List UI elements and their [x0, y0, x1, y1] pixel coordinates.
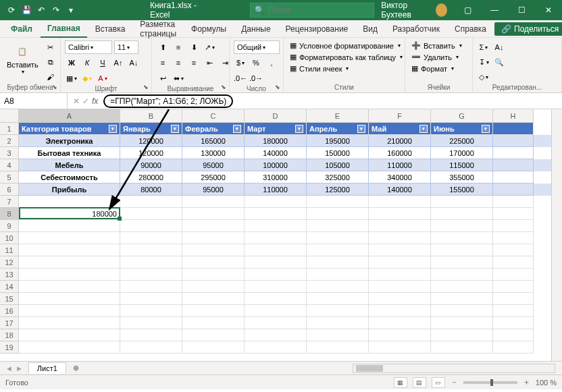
align-middle-icon[interactable]: ≡	[172, 40, 185, 54]
align-left-icon[interactable]: ≡	[156, 56, 170, 69]
cell[interactable]	[431, 341, 493, 354]
col-header-f[interactable]: F	[369, 109, 431, 123]
font-color-icon[interactable]: A▾	[96, 72, 109, 85]
cell[interactable]	[307, 305, 369, 317]
row-header-9[interactable]: 9	[0, 220, 19, 232]
format-painter-icon[interactable]: 🖌	[44, 70, 57, 84]
cell[interactable]	[245, 232, 307, 244]
cell[interactable]: 140000	[369, 184, 431, 196]
filter-button[interactable]: ▾	[295, 125, 303, 133]
cell[interactable]	[19, 317, 120, 329]
row-header-11[interactable]: 11	[0, 244, 19, 256]
cell[interactable]	[245, 220, 307, 232]
align-center-icon[interactable]: ≡	[172, 56, 185, 69]
normal-view-icon[interactable]: ▦	[394, 377, 407, 388]
cell[interactable]	[493, 147, 534, 159]
cell[interactable]: 180000	[19, 208, 120, 220]
select-all-corner[interactable]	[0, 109, 19, 123]
cell[interactable]	[182, 281, 245, 293]
autosave-icon[interactable]: ⟳	[7, 5, 16, 15]
cell[interactable]	[120, 208, 182, 220]
cell[interactable]	[19, 293, 120, 305]
paste-button[interactable]: 📋 Вставить ▾	[4, 40, 41, 76]
row-header-14[interactable]: 14	[0, 281, 19, 293]
row-header-12[interactable]: 12	[0, 256, 19, 269]
cell[interactable]	[120, 293, 182, 305]
cell[interactable]	[245, 293, 307, 305]
zoom-in-button[interactable]: ＋	[523, 377, 530, 387]
cell[interactable]	[493, 208, 534, 220]
indent-dec-icon[interactable]: ⇤	[203, 56, 216, 69]
decimal-dec-icon[interactable]: .0→	[249, 72, 263, 85]
cell[interactable]: 115000	[431, 159, 493, 171]
cell[interactable]	[369, 269, 431, 281]
cell[interactable]: 170000	[431, 147, 493, 159]
row-header-1[interactable]: 1	[0, 123, 19, 135]
cell[interactable]	[493, 196, 534, 208]
cell[interactable]	[182, 329, 245, 341]
tab-help[interactable]: Справка	[448, 21, 493, 37]
cell[interactable]: Март▾	[245, 123, 307, 135]
cell[interactable]: 155000	[431, 184, 493, 196]
minimize-button[interactable]: —	[481, 0, 508, 20]
cell[interactable]	[307, 341, 369, 354]
cell[interactable]	[19, 256, 120, 269]
borders-icon[interactable]: ▦▾	[65, 72, 78, 85]
cell[interactable]	[493, 135, 534, 147]
cell[interactable]: 195000	[307, 135, 369, 147]
cell[interactable]: 80000	[120, 184, 182, 196]
cell[interactable]	[19, 329, 120, 341]
cell[interactable]	[369, 281, 431, 293]
cell[interactable]	[120, 341, 182, 354]
delete-cells-button[interactable]: ➖Удалить▾	[409, 52, 461, 62]
row-header-18[interactable]: 18	[0, 329, 19, 341]
vertical-scrollbar[interactable]	[551, 109, 562, 361]
cell[interactable]: Бытовая техника	[19, 147, 120, 159]
cell[interactable]: 110000	[369, 159, 431, 171]
cell[interactable]	[19, 244, 120, 256]
cell[interactable]: 295000	[182, 171, 245, 184]
qat-dropdown-icon[interactable]: ▾	[66, 5, 76, 15]
cell[interactable]: Себестоимость	[19, 171, 120, 184]
cell[interactable]: Май▾	[369, 123, 431, 135]
cell[interactable]: 280000	[120, 171, 182, 184]
cell[interactable]	[493, 305, 534, 317]
row-header-4[interactable]: 4	[0, 159, 19, 171]
percent-icon[interactable]: %	[249, 56, 263, 69]
align-launcher[interactable]: ⬊	[220, 83, 228, 91]
row-header-6[interactable]: 6	[0, 184, 19, 196]
cell[interactable]	[431, 220, 493, 232]
cell[interactable]	[431, 208, 493, 220]
cell[interactable]	[493, 256, 534, 269]
close-button[interactable]: ✕	[535, 0, 562, 20]
cell[interactable]: 210000	[369, 135, 431, 147]
row-header-17[interactable]: 17	[0, 317, 19, 329]
cell[interactable]	[493, 269, 534, 281]
share-button[interactable]: 🔗 Поделиться	[494, 22, 562, 36]
horizontal-scrollbar[interactable]	[353, 364, 555, 373]
font-grow-icon[interactable]: A↑	[111, 56, 125, 69]
format-cells-button[interactable]: ▦Формат▾	[409, 63, 456, 74]
cell[interactable]	[182, 317, 245, 329]
cell[interactable]: 325000	[307, 171, 369, 184]
cell[interactable]	[369, 208, 431, 220]
formula-input[interactable]: =ГПР("Март"; A1:G6; 2; ЛОЖЬ)	[103, 93, 562, 109]
cell[interactable]	[493, 341, 534, 354]
row-header-3[interactable]: 3	[0, 147, 19, 159]
cell[interactable]	[431, 244, 493, 256]
cell[interactable]	[120, 317, 182, 329]
tab-review[interactable]: Рецензирование	[279, 21, 355, 37]
cell[interactable]: 120000	[120, 147, 182, 159]
filter-button[interactable]: ▾	[357, 125, 365, 133]
cell[interactable]	[431, 329, 493, 341]
cell[interactable]: 150000	[307, 147, 369, 159]
cell-styles-button[interactable]: ▦Стили ячеек▾	[288, 63, 351, 74]
cells-area[interactable]: Категория товаров▾Январь▾Февраль▾Март▾Ап…	[19, 123, 551, 361]
cell[interactable]	[120, 256, 182, 269]
cell[interactable]	[307, 244, 369, 256]
cell[interactable]	[245, 269, 307, 281]
cell[interactable]	[182, 244, 245, 256]
cell[interactable]: 95000	[182, 184, 245, 196]
cell[interactable]	[493, 317, 534, 329]
cell[interactable]	[431, 196, 493, 208]
